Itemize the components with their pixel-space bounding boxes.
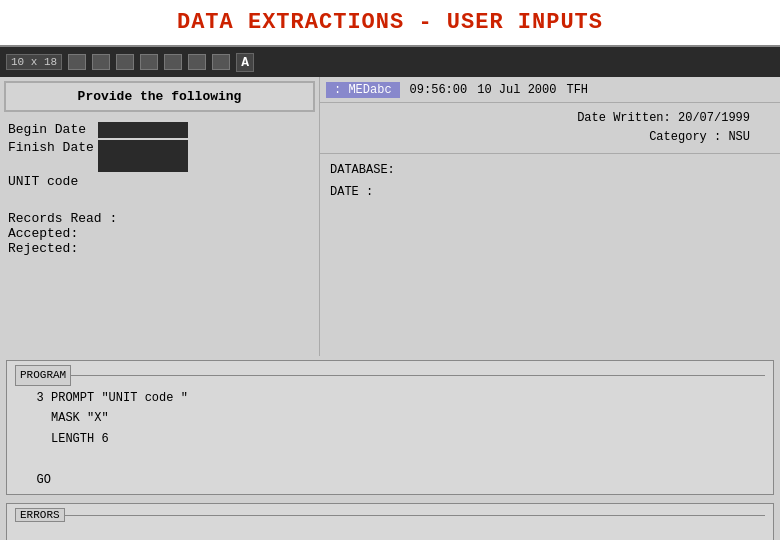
program-line-1: 3 PROMPT "UNIT code " [15, 388, 765, 408]
db-area: DATABASE: DATE : [320, 154, 780, 209]
category-value: NSU [728, 130, 750, 144]
provide-label: Provide the following [4, 81, 315, 112]
font-button[interactable]: A [236, 53, 254, 72]
toolbar-icon-1[interactable] [68, 54, 86, 70]
left-panel: Provide the following Begin Date Finish … [0, 77, 320, 356]
right-panel: : MEDabc 09:56:00 10 Jul 2000 TFH Date W… [320, 77, 780, 356]
date-label: DATE : [330, 185, 373, 199]
page-title: DATA EXTRACTIONS - USER INPUTS [0, 0, 780, 47]
unit-code-label: UNIT code [8, 174, 98, 189]
records-accepted-row: Accepted: [8, 226, 311, 241]
errors-section: ERRORS [6, 503, 774, 540]
status-user: TFH [566, 83, 588, 97]
toolbar-icon-6[interactable] [188, 54, 206, 70]
records-rejected-label: Rejected: [8, 241, 128, 256]
program-line-2: MASK "X" [15, 408, 765, 428]
toolbar: 10 x 18 A [0, 47, 780, 77]
program-line-3: LENGTH 6 [15, 429, 765, 449]
category-row: Category : NSU [330, 128, 750, 147]
database-label: DATABASE: [330, 163, 395, 177]
date-written-value: 20/07/1999 [678, 111, 750, 125]
errors-line [65, 515, 765, 516]
toolbar-icon-3[interactable] [116, 54, 134, 70]
records-area: Records Read : Accepted: Rejected: [0, 203, 319, 264]
program-line [71, 375, 765, 376]
toolbar-icon-7[interactable] [212, 54, 230, 70]
status-app: : MEDabc [326, 82, 400, 98]
category-label: Category : [649, 130, 721, 144]
program-header: PROGRAM [15, 365, 765, 386]
program-line-4 [15, 449, 765, 469]
records-rejected-row: Rejected: [8, 241, 311, 256]
records-read-row: Records Read : [8, 211, 311, 226]
errors-label: ERRORS [15, 508, 65, 522]
date-written-label: Date Written: [577, 111, 671, 125]
database-row: DATABASE: [330, 160, 770, 182]
records-accepted-label: Accepted: [8, 226, 128, 241]
toolbar-icon-4[interactable] [140, 54, 158, 70]
info-area: Date Written: 20/07/1999 Category : NSU [320, 103, 780, 154]
begin-date-label: Begin Date [8, 122, 98, 137]
toolbar-icon-2[interactable] [92, 54, 110, 70]
form-row-begin: Begin Date [8, 122, 311, 138]
date-row: DATE : [330, 182, 770, 204]
program-section: PROGRAM 3 PROMPT "UNIT code " MASK "X" L… [6, 360, 774, 495]
form-area: Begin Date Finish Date UNIT code [0, 116, 319, 195]
errors-header: ERRORS [15, 508, 765, 522]
toolbar-icon-5[interactable] [164, 54, 182, 70]
finish-date-input[interactable] [98, 140, 188, 172]
begin-date-input[interactable] [98, 122, 188, 138]
program-line-5: GO [15, 470, 765, 490]
finish-date-label: Finish Date [8, 140, 98, 155]
form-row-finish: Finish Date [8, 140, 311, 172]
status-time: 09:56:00 [410, 83, 468, 97]
size-selector[interactable]: 10 x 18 [6, 54, 62, 70]
status-date: 10 Jul 2000 [477, 83, 556, 97]
date-written-row: Date Written: 20/07/1999 [330, 109, 750, 128]
program-label: PROGRAM [15, 365, 71, 386]
form-row-unit: UNIT code [8, 174, 311, 189]
status-bar: : MEDabc 09:56:00 10 Jul 2000 TFH [320, 77, 780, 103]
records-read-label: Records Read : [8, 211, 128, 226]
